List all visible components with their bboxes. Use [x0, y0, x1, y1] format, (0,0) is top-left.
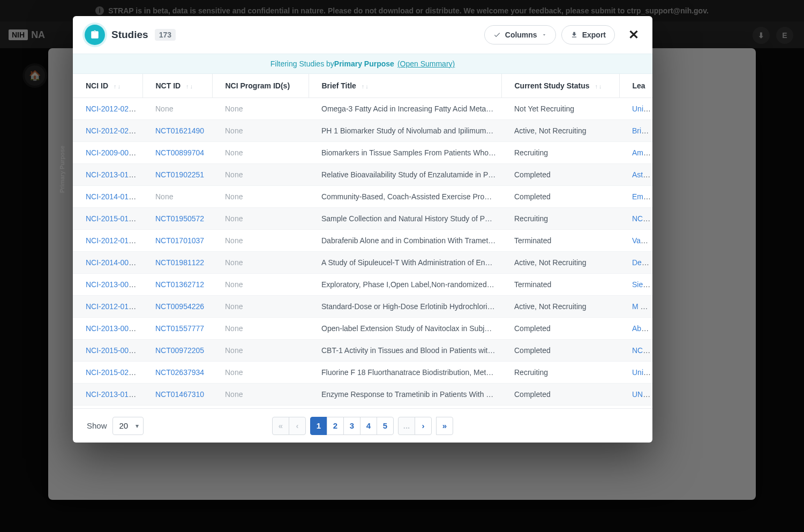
cell-brief-title: Relative Bioavailability Study of Enzalu…: [309, 164, 501, 186]
cell-program: None: [212, 120, 309, 142]
cell-lead[interactable]: Bristol-: [619, 120, 652, 142]
show-label: Show: [87, 421, 107, 430]
col-brief-title[interactable]: Brief Title ↑↓: [309, 74, 501, 98]
col-status[interactable]: Current Study Status ↑↓: [501, 74, 619, 98]
cell-brief-title: Enzyme Response to Trametinib in Patient…: [309, 384, 501, 406]
cell-nci-id[interactable]: NCI-2013-00440: [73, 318, 142, 340]
cell-nci-id[interactable]: NCI-2013-00637: [73, 274, 142, 296]
table-scroll[interactable]: NCI ID ↑↓ NCT ID ↑↓ NCI Program ID(s) Br…: [73, 74, 652, 408]
columns-button[interactable]: Columns: [484, 25, 556, 44]
modal-footer: Show 20 « ‹ 12345 ... › »: [73, 408, 652, 443]
cell-nct-id[interactable]: NCT02637934: [142, 362, 212, 384]
cell-nci-id[interactable]: NCI-2015-01288: [73, 208, 142, 230]
cell-nct-id[interactable]: NCT01950572: [142, 208, 212, 230]
page-prev[interactable]: ‹: [289, 417, 306, 435]
cell-nci-id[interactable]: NCI-2015-02262: [73, 362, 142, 384]
table-row: NCI-2014-00004NCT01981122NoneA Study of …: [73, 252, 652, 274]
col-lead[interactable]: Lea: [619, 74, 652, 98]
cell-program: None: [212, 318, 309, 340]
cell-status: Active, Not Recruiting: [501, 296, 619, 318]
page-ellipsis: ...: [398, 417, 415, 435]
export-button[interactable]: Export: [561, 25, 615, 44]
page-next[interactable]: ›: [415, 417, 432, 435]
table-row: NCI-2015-02262NCT02637934NoneFluorine F …: [73, 362, 652, 384]
table-row: NCI-2009-00343NCT00899704NoneBiomarkers …: [73, 142, 652, 164]
cell-lead[interactable]: Americ: [619, 142, 652, 164]
check-icon: [493, 31, 501, 39]
table-row: NCI-2015-00615NCT00972205NoneCBT-1 Activ…: [73, 340, 652, 362]
cell-program: None: [212, 164, 309, 186]
cell-program: None: [212, 142, 309, 164]
cell-lead[interactable]: Vander: [619, 230, 652, 252]
cell-nci-id[interactable]: NCI-2012-01639: [73, 296, 142, 318]
cell-status: Terminated: [501, 274, 619, 296]
cell-lead[interactable]: Dendre: [619, 252, 652, 274]
cell-lead[interactable]: Abbvie: [619, 318, 652, 340]
cell-program: None: [212, 340, 309, 362]
cell-brief-title: Standard-Dose or High-Dose Erlotinib Hyd…: [309, 296, 501, 318]
cell-nci-id[interactable]: NCI-2014-01716: [73, 186, 142, 208]
col-nci-id[interactable]: NCI ID ↑↓: [73, 74, 142, 98]
page-3[interactable]: 3: [343, 417, 360, 435]
cell-nci-id[interactable]: NCI-2012-02199: [73, 120, 142, 142]
cell-lead[interactable]: UNC Li: [619, 384, 652, 406]
cell-status: Active, Not Recruiting: [501, 252, 619, 274]
cell-nct-id[interactable]: NCT01467310: [142, 384, 212, 406]
page-5[interactable]: 5: [377, 417, 394, 435]
cell-lead[interactable]: NCI - C: [619, 340, 652, 362]
cell-lead[interactable]: Astella: [619, 164, 652, 186]
studies-table: NCI ID ↑↓ NCT ID ↑↓ NCI Program ID(s) Br…: [73, 74, 652, 406]
sort-icon: ↑↓: [186, 84, 193, 89]
studies-modal: Studies 173 Columns Export ✕ Filtering S…: [73, 16, 652, 443]
col-nct-id[interactable]: NCT ID ↑↓: [142, 74, 212, 98]
cell-nct-id[interactable]: NCT00899704: [142, 142, 212, 164]
table-row: NCI-2012-02199NCT01621490NonePH 1 Biomar…: [73, 120, 652, 142]
open-summary-link[interactable]: (Open Summary): [397, 59, 455, 68]
sort-icon: ↑↓: [362, 84, 369, 89]
sort-icon: ↑↓: [114, 84, 121, 89]
table-row: NCI-2013-01041NCT01467310NoneEnzyme Resp…: [73, 384, 652, 406]
cell-program: None: [212, 230, 309, 252]
cell-nct-id[interactable]: NCT01557777: [142, 318, 212, 340]
cell-nci-id[interactable]: NCI-2013-01041: [73, 384, 142, 406]
close-button[interactable]: ✕: [627, 28, 641, 42]
cell-nct-id[interactable]: NCT01621490: [142, 120, 212, 142]
page-1[interactable]: 1: [310, 417, 327, 435]
cell-status: Recruiting: [501, 362, 619, 384]
page-size-select[interactable]: 20: [112, 417, 144, 435]
cell-brief-title: CBT-1 Activity in Tissues and Blood in P…: [309, 340, 501, 362]
cell-status: Recruiting: [501, 142, 619, 164]
cell-status: Completed: [501, 186, 619, 208]
cell-lead[interactable]: M D Ar: [619, 296, 652, 318]
table-row: NCI-2013-00440NCT01557777NoneOpen-label …: [73, 318, 652, 340]
page-last[interactable]: »: [436, 417, 453, 435]
cell-brief-title: Fluorine F 18 Fluorthanatrace Biodistrib…: [309, 362, 501, 384]
cell-lead[interactable]: Emory: [619, 186, 652, 208]
page-2[interactable]: 2: [327, 417, 344, 435]
cell-nct-id[interactable]: NCT00954226: [142, 296, 212, 318]
cell-lead[interactable]: NCI - C: [619, 208, 652, 230]
cell-lead[interactable]: Univers: [619, 98, 652, 120]
cell-nct-id[interactable]: NCT01701037: [142, 230, 212, 252]
cell-brief-title: Exploratory, Phase I,Open Label,Non-rand…: [309, 274, 501, 296]
page-4[interactable]: 4: [360, 417, 377, 435]
cell-nci-id[interactable]: NCI-2009-00343: [73, 142, 142, 164]
cell-nci-id[interactable]: NCI-2012-02748: [73, 98, 142, 120]
cell-nci-id[interactable]: NCI-2015-00615: [73, 340, 142, 362]
cell-status: Completed: [501, 318, 619, 340]
page-first[interactable]: «: [272, 417, 289, 435]
cell-nct-id[interactable]: NCT01362712: [142, 274, 212, 296]
cell-lead[interactable]: Siemer: [619, 274, 652, 296]
cell-lead[interactable]: Univers: [619, 362, 652, 384]
cell-program: None: [212, 384, 309, 406]
cell-program: None: [212, 98, 309, 120]
cell-nct-id[interactable]: NCT01981122: [142, 252, 212, 274]
table-row: NCI-2012-01639NCT00954226NoneStandard-Do…: [73, 296, 652, 318]
cell-nci-id[interactable]: NCI-2013-01363: [73, 164, 142, 186]
cell-nct-id[interactable]: NCT00972205: [142, 340, 212, 362]
cell-nci-id[interactable]: NCI-2014-00004: [73, 252, 142, 274]
col-program[interactable]: NCI Program ID(s): [212, 74, 309, 98]
cell-nct-id[interactable]: NCT01902251: [142, 164, 212, 186]
cell-nci-id[interactable]: NCI-2012-01699: [73, 230, 142, 252]
cell-status: Not Yet Recruiting: [501, 98, 619, 120]
